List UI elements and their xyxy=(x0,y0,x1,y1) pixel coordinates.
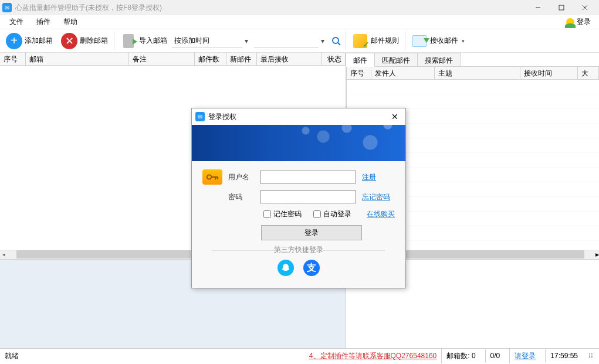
col-sender[interactable]: 发件人 xyxy=(371,67,435,79)
col-mailbox[interactable]: 邮箱 xyxy=(26,53,129,65)
app-icon: ✉ xyxy=(2,3,12,12)
mail-rules-label: 邮件规则 xyxy=(371,36,399,46)
sort-field-input[interactable] xyxy=(172,35,242,47)
menu-plugins[interactable]: 插件 xyxy=(31,15,56,29)
col-index[interactable]: 序号 xyxy=(0,53,26,65)
import-mailbox-button[interactable]: 导入邮箱 xyxy=(117,32,171,50)
chevron-down-icon[interactable]: ▾ xyxy=(319,37,327,45)
minimize-button[interactable] xyxy=(526,0,550,15)
login-form: 用户名 注册 密码 忘记密码 记住密码 自动登录 在线购买 登录 第三方快捷登录… xyxy=(192,161,405,288)
menu-file[interactable]: 文件 xyxy=(4,15,29,29)
add-mailbox-button[interactable]: + 添加邮箱 xyxy=(2,32,56,50)
toolbar: + 添加邮箱 ✕ 删除邮箱 导入邮箱 ▾ ▾ 邮件规则 接收邮件 ▾ xyxy=(0,29,599,53)
col-lastrecv[interactable]: 最后接收 xyxy=(257,53,322,65)
remember-checkbox[interactable]: 记住密码 xyxy=(263,209,302,219)
window-title: 心蓝批量邮件管理助手(未授权，按F8登录授权) xyxy=(15,3,526,13)
svg-rect-1 xyxy=(559,5,564,10)
dialog-titlebar[interactable]: ✉ 登录授权 ✕ xyxy=(192,108,405,125)
qq-icon xyxy=(281,263,290,273)
col-remark[interactable]: 备注 xyxy=(129,53,195,65)
mail-tabs: 邮件 匹配邮件 搜索邮件 xyxy=(346,53,599,67)
status-login-link[interactable]: 请登录 xyxy=(509,349,540,363)
password-input[interactable] xyxy=(260,190,356,203)
chevron-down-icon[interactable]: ▾ xyxy=(242,37,251,45)
col-subject[interactable]: 主题 xyxy=(435,67,520,79)
tab-search[interactable]: 搜索邮件 xyxy=(418,53,461,66)
key-icon xyxy=(202,169,222,185)
maximize-button[interactable] xyxy=(550,0,573,15)
search-button[interactable] xyxy=(329,34,343,48)
qq-login-button[interactable] xyxy=(277,260,294,276)
col-status[interactable]: 状态 xyxy=(322,53,346,65)
svg-line-5 xyxy=(338,43,340,45)
menubar-login[interactable]: 登录 xyxy=(561,16,595,28)
scroll-left-icon[interactable]: ◂ xyxy=(0,251,8,257)
chevron-down-icon[interactable]: ▾ xyxy=(462,38,465,44)
dialog-title: 登录授权 xyxy=(208,112,236,122)
login-dialog: ✉ 登录授权 ✕ 用户名 注册 密码 忘记密码 记住密码 自动登录 在线购买 登… xyxy=(191,108,406,288)
login-button[interactable]: 登录 xyxy=(261,225,362,240)
menu-help[interactable]: 帮助 xyxy=(57,15,83,29)
scroll-right-icon[interactable]: ▸ xyxy=(595,250,599,258)
col-newmail[interactable]: 新邮件 xyxy=(226,53,257,65)
third-party-label: 第三方快捷登录 xyxy=(202,245,395,255)
alipay-icon: 支 xyxy=(307,262,316,274)
import-icon xyxy=(123,34,134,48)
search-input[interactable] xyxy=(254,35,319,47)
dialog-banner xyxy=(192,125,405,161)
status-mailbox-count: 邮箱数: 0 xyxy=(441,349,480,363)
delete-icon: ✕ xyxy=(61,33,77,49)
svg-point-11 xyxy=(282,267,289,271)
col-size[interactable]: 大 xyxy=(578,67,599,79)
auto-login-checkbox[interactable]: 自动登录 xyxy=(313,209,351,219)
menubar: 文件 插件 帮助 登录 xyxy=(0,15,599,29)
receive-mail-button[interactable]: 接收邮件 ▾ xyxy=(408,32,468,50)
password-label: 密码 xyxy=(228,192,254,202)
add-mailbox-label: 添加邮箱 xyxy=(25,36,53,46)
tab-matched[interactable]: 匹配邮件 xyxy=(375,53,418,66)
mailbox-grid-header: 序号 邮箱 备注 邮件数 新邮件 最后接收 状态 xyxy=(0,53,346,66)
statusbar: 就绪 4、定制插件等请联系客服QQ276548160 邮箱数: 0 0/0 请登… xyxy=(0,348,599,363)
rules-icon xyxy=(353,34,367,48)
mail-grid-header: 序号 发件人 主题 接收时间 大 xyxy=(347,67,599,80)
delete-mailbox-label: 删除邮箱 xyxy=(80,36,108,46)
col-recvtime[interactable]: 接收时间 xyxy=(520,67,578,79)
username-label: 用户名 xyxy=(228,172,254,182)
app-icon: ✉ xyxy=(195,112,205,121)
import-mailbox-label: 导入邮箱 xyxy=(139,36,167,46)
status-progress: 0/0 xyxy=(485,349,505,362)
mail-rules-button[interactable]: 邮件规则 xyxy=(348,32,402,50)
receive-mail-label: 接收邮件 xyxy=(430,36,458,46)
delete-mailbox-button[interactable]: ✕ 删除邮箱 xyxy=(57,32,111,50)
plus-icon: + xyxy=(6,33,22,49)
status-ad-link[interactable]: 4、定制插件等请联系客服QQ276548160 xyxy=(309,351,436,361)
buy-link[interactable]: 在线购买 xyxy=(367,209,395,219)
status-time: 17:59:55 xyxy=(545,349,583,362)
sort-combo[interactable]: ▾ xyxy=(172,35,251,47)
username-input[interactable] xyxy=(260,171,356,183)
search-icon xyxy=(331,36,341,46)
receive-icon xyxy=(412,35,427,47)
svg-point-4 xyxy=(333,38,339,43)
user-icon xyxy=(566,18,574,26)
col-mailcount[interactable]: 邮件数 xyxy=(195,53,226,65)
status-ready: 就绪 xyxy=(5,351,19,361)
menubar-login-label: 登录 xyxy=(577,17,591,27)
svg-point-6 xyxy=(207,175,211,179)
register-link[interactable]: 注册 xyxy=(362,172,395,182)
dialog-close-button[interactable]: ✕ xyxy=(388,112,402,121)
col-index[interactable]: 序号 xyxy=(347,67,371,79)
window-titlebar: ✉ 心蓝批量邮件管理助手(未授权，按F8登录授权) xyxy=(0,0,599,15)
close-button[interactable] xyxy=(573,0,597,15)
forgot-password-link[interactable]: 忘记密码 xyxy=(362,192,395,202)
search-combo[interactable]: ▾ xyxy=(254,34,343,48)
tab-mail[interactable]: 邮件 xyxy=(346,53,375,67)
alipay-login-button[interactable]: 支 xyxy=(303,260,320,276)
